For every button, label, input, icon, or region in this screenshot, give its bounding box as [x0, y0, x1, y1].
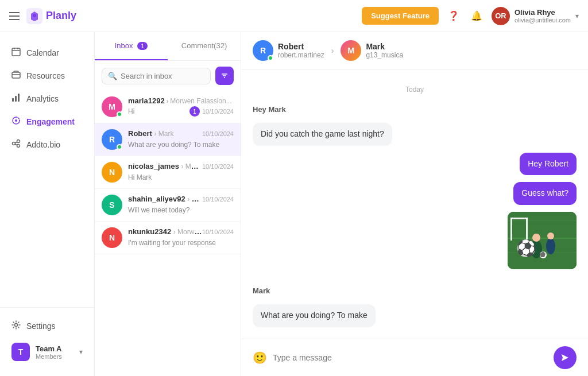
svg-point-29 — [532, 234, 540, 242]
soccer-image-svg — [508, 212, 577, 269]
inbox-panel: Inbox 1 Comment(32) 🔍 M maria12 — [95, 32, 241, 376]
suggest-feature-button[interactable]: Suggest Feature — [362, 7, 439, 25]
tab-comments[interactable]: Comment(32) — [168, 32, 241, 60]
conv-header: Robert › Mark 10/10/2024 — [128, 129, 234, 138]
team-info: Team A Members — [36, 344, 62, 360]
search-input[interactable] — [121, 72, 204, 80]
user-profile[interactable]: OR Olivia Rhye olivia@untitleui.com ▾ — [492, 7, 579, 25]
filter-button[interactable] — [215, 67, 234, 85]
avatar: M — [102, 96, 122, 117]
conv-time: 10/10/2024 — [202, 130, 234, 137]
sidebar-item-addtobio[interactable]: Addto.bio — [0, 133, 94, 156]
user-name: Olivia Rhye — [514, 8, 571, 17]
hamburger-menu[interactable] — [9, 12, 20, 20]
user-email: olivia@untitleui.com — [514, 17, 571, 24]
sidebar-label-addtobio: Addto.bio — [26, 140, 60, 149]
search-box[interactable]: 🔍 — [102, 68, 211, 84]
conv-sender-name: nkunku2342 › Morwen Falassion — [128, 227, 202, 236]
team-role: Members — [36, 353, 62, 360]
sidebar-item-engagement[interactable]: Engagement — [0, 110, 94, 133]
svg-point-11 — [15, 119, 17, 122]
conversation-item[interactable]: M maria1292›Morwen Falassion... Hi 1 10/… — [95, 91, 241, 123]
help-icon[interactable]: ❓ — [446, 8, 462, 24]
main-layout: Calendar Resources Analytics Engagement — [0, 32, 588, 376]
chat-from-user: R Robert robert.martinez — [253, 40, 324, 61]
sidebar-bottom: Settings T Team A Members ▾ — [0, 307, 94, 367]
conv-preview: What are you doing? To make — [128, 141, 219, 149]
unread-badge: 1 — [189, 106, 200, 117]
conversation-item[interactable]: S shahin_aliyev92 › Morwen Falassion 10/… — [95, 189, 241, 222]
tab-comments-label: Comment(32) — [181, 41, 227, 50]
inbox-search-area: 🔍 — [95, 61, 241, 91]
message-sender-label: Hey Mark — [253, 105, 577, 114]
sidebar-item-analytics[interactable]: Analytics — [0, 87, 94, 110]
avatar: R — [102, 129, 122, 150]
conv-content: Robert › Mark 10/10/2024 What are you do… — [128, 129, 234, 149]
tab-inbox[interactable]: Inbox 1 — [95, 32, 168, 60]
sidebar-label-resources: Resources — [26, 71, 65, 80]
chat-from-handle: robert.martinez — [278, 51, 324, 59]
conv-time: 10/10/2024 — [202, 228, 234, 235]
team-avatar: T — [11, 343, 30, 361]
message-bubble: Did you catch the game last night? — [253, 123, 392, 146]
chat-image — [508, 212, 577, 269]
calendar-icon — [11, 47, 21, 59]
conversation-item[interactable]: N nicolas_james › Morwen Falassion 10/10… — [95, 156, 241, 189]
message-bubble: What are you doing? To make — [253, 304, 376, 327]
send-button[interactable] — [554, 346, 577, 369]
soccer-image — [508, 212, 577, 269]
notification-icon[interactable]: 🔔 — [469, 8, 485, 24]
team-section[interactable]: T Team A Members ▾ — [0, 337, 94, 367]
chat-area: R Robert robert.martinez › M Mark g13_mu… — [241, 32, 588, 376]
conv-time: 10/10/2024 — [202, 196, 234, 203]
chat-from-name: Robert — [278, 42, 324, 51]
chat-to-handle: g13_musica — [366, 51, 403, 59]
svg-rect-23 — [508, 220, 577, 221]
chat-from-avatar: R — [253, 40, 273, 61]
svg-rect-8 — [12, 98, 14, 102]
top-navigation: Planly Suggest Feature ❓ 🔔 OR Olivia Rhy… — [0, 0, 588, 32]
message-bubble: Guess what? — [513, 182, 577, 205]
chat-direction-icon: › — [331, 46, 334, 55]
conv-header: shahin_aliyev92 › Morwen Falassion 10/10… — [128, 195, 234, 203]
svg-point-1 — [33, 14, 36, 17]
chat-to-details: Mark g13_musica — [366, 42, 403, 59]
avatar: N — [102, 162, 122, 183]
spacer — [253, 276, 577, 280]
svg-point-30 — [546, 238, 555, 254]
addtobio-icon — [11, 139, 21, 150]
conv-content: nkunku2342 › Morwen Falassion 10/10/2024… — [128, 227, 234, 247]
conv-content: nicolas_james › Morwen Falassion 10/10/2… — [128, 162, 234, 182]
message-input[interactable] — [273, 353, 548, 362]
svg-rect-26 — [510, 218, 528, 219]
message-bubble: Hey Robert — [520, 153, 577, 176]
svg-rect-6 — [12, 72, 20, 78]
chat-header: R Robert robert.martinez › M Mark g13_mu… — [241, 32, 588, 69]
app-logo: Planly — [26, 8, 76, 24]
analytics-icon — [11, 93, 21, 104]
sidebar-nav: Calendar Resources Analytics Engagement — [0, 41, 94, 307]
conv-preview: Hi — [128, 107, 134, 115]
topnav-right: Suggest Feature ❓ 🔔 OR Olivia Rhye olivi… — [362, 7, 579, 25]
sidebar-item-settings[interactable]: Settings — [0, 315, 94, 337]
emoji-button[interactable]: 🙂 — [253, 351, 267, 365]
sidebar-item-calendar[interactable]: Calendar — [0, 41, 94, 64]
team-name: Team A — [36, 344, 62, 353]
conversation-item[interactable]: R Robert › Mark 10/10/2024 What are you … — [95, 123, 241, 156]
sidebar-item-resources[interactable]: Resources — [0, 64, 94, 87]
conversation-item[interactable]: N nkunku2342 › Morwen Falassion 10/10/20… — [95, 222, 241, 254]
svg-point-14 — [17, 145, 20, 148]
chat-messages: Today Hey Mark Did you catch the game la… — [241, 69, 588, 339]
conv-sender-name: shahin_aliyev92 › Morwen Falassion — [128, 195, 202, 203]
conv-time: 10/10/2024 — [202, 163, 234, 170]
message-sender-label: Mark — [253, 286, 577, 295]
svg-point-31 — [547, 232, 554, 239]
conv-time: 10/10/2024 — [202, 108, 234, 115]
conv-sender-name: nicolas_james › Morwen Falassion — [128, 162, 202, 170]
conv-header: maria1292›Morwen Falassion... — [128, 96, 234, 105]
settings-icon — [11, 320, 21, 331]
topnav-left: Planly — [9, 8, 76, 24]
avatar: OR — [492, 7, 510, 25]
conv-preview: Will we meet today? — [128, 206, 189, 214]
conv-sender-name: Robert › Mark — [128, 129, 174, 138]
